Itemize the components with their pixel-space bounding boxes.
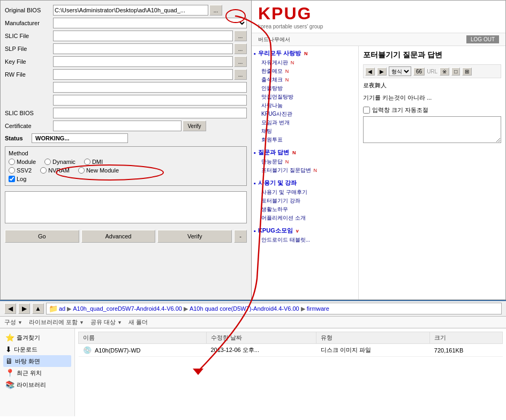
bread-ad[interactable]: ad: [59, 305, 65, 312]
slic-bios-input[interactable]: [53, 108, 247, 118]
verify-action-button[interactable]: Verify: [157, 230, 232, 243]
back-button[interactable]: ◀: [4, 303, 16, 314]
slic-file-label: SLIC File: [5, 33, 53, 39]
format-select[interactable]: 형식: [389, 66, 411, 76]
method-ssv2[interactable]: SSV2: [9, 167, 32, 174]
original-bios-input[interactable]: [53, 5, 208, 16]
file-table-header: 이름 수정한 날짜 유형 크기: [79, 332, 503, 344]
nav-recent[interactable]: 📍 최근 위치: [3, 367, 71, 379]
sidebar-item-people[interactable]: 인물탕방: [254, 84, 356, 93]
col-name[interactable]: 이름: [79, 332, 207, 344]
go-button[interactable]: Go: [5, 230, 79, 243]
sidebar-item-sharing[interactable]: 사랑나눔: [254, 101, 356, 110]
col-size[interactable]: 크기: [430, 332, 503, 344]
bread-firmware[interactable]: firmware: [307, 305, 329, 312]
sidebar-item-portable-qa[interactable]: 포터블기기 질문답변 N: [254, 166, 356, 175]
bread-a10h-quad[interactable]: A10h_quad_coreD5W7-Android4.4-V6.00: [73, 305, 182, 312]
slic-file-browse[interactable]: ...: [234, 31, 247, 41]
log-checkbox-item[interactable]: Log: [9, 176, 243, 182]
extra-field-1-input[interactable]: [53, 82, 247, 93]
slic-bios-label: SLIC BIOS: [5, 110, 53, 116]
bread-a10h-core[interactable]: A10h quad core(D5W7)-Android4.4-V6.00: [190, 305, 299, 312]
method-dynamic[interactable]: Dynamic: [44, 159, 75, 165]
extra-field-2-input[interactable]: [53, 95, 247, 106]
sidebar-item-life[interactable]: 생활노하우: [254, 205, 356, 214]
method-new-module-radio[interactable]: [78, 167, 85, 174]
status-value: WORKING...: [32, 133, 128, 143]
file-type-cell: 디스크 이미지 파일: [316, 344, 430, 357]
toolbar-include[interactable]: 라이브러리에 포함 ▼: [29, 318, 84, 326]
original-bios-browse[interactable]: ...: [209, 5, 222, 16]
toolbar-forward[interactable]: ▶: [377, 68, 387, 76]
nav-downloads[interactable]: ⬇ 다운로드: [3, 343, 71, 355]
slic-file-row: SLIC File ...: [5, 31, 247, 41]
method-dmi[interactable]: DMI: [84, 159, 103, 165]
toolbar-url-btn[interactable]: ※: [440, 68, 449, 76]
sidebar-item-apps[interactable]: 어플리케이션 소개: [254, 214, 356, 222]
col-modified[interactable]: 수정한 날짜: [206, 332, 316, 344]
nav-desktop[interactable]: 🖥 바탕 화면: [3, 355, 71, 367]
sidebar-section-reviews-title[interactable]: ▪ 사용기 및 강좌: [254, 178, 356, 188]
key-file-browse[interactable]: ...: [234, 56, 247, 67]
toolbar-back[interactable]: ◀: [365, 68, 375, 76]
sidebar-item-chat[interactable]: 채팅: [254, 127, 356, 136]
sidebar-item-attendance[interactable]: 출석체크 N: [254, 76, 356, 84]
certificate-input[interactable]: [53, 121, 182, 131]
minus-button[interactable]: -: [234, 230, 247, 243]
sidebar-section-community-title[interactable]: ▪ 우리모두 사랑방N: [254, 48, 356, 58]
sidebar-item-reviews[interactable]: 사용기 및 구매후기: [254, 188, 356, 197]
method-dynamic-radio[interactable]: [44, 159, 51, 165]
method-module-radio[interactable]: [9, 159, 15, 165]
rw-file-browse[interactable]: ...: [234, 69, 247, 80]
sidebar-item-android[interactable]: 안드로이드 태블릿...: [254, 236, 356, 244]
sidebar-item-meetup[interactable]: 모임과 번개: [254, 118, 356, 127]
sidebar-item-vote[interactable]: 회원투표: [254, 136, 356, 144]
new-folder-label: 새 폴더: [129, 318, 148, 326]
log-checkbox[interactable]: [9, 176, 15, 182]
sidebar-item-photo[interactable]: KPUG사진관: [254, 110, 356, 118]
kpug-textarea[interactable]: [363, 116, 501, 143]
toolbar-share[interactable]: 공유 대상 ▼: [90, 318, 122, 326]
slic-file-input[interactable]: [53, 31, 233, 41]
slp-file-browse[interactable]: ...: [234, 43, 247, 54]
toolbar-organize[interactable]: 구성 ▼: [4, 318, 22, 326]
up-button[interactable]: ▲: [32, 303, 44, 314]
sidebar-section-qa-title[interactable]: ▪ 질문과 답변N: [254, 147, 356, 158]
nav-favorites[interactable]: ⭐ 즐겨찾기: [3, 332, 71, 343]
method-nvram-radio[interactable]: [40, 167, 47, 174]
nav-library[interactable]: 📚 라이브러리: [3, 379, 71, 391]
verify-button[interactable]: Verify: [183, 121, 206, 131]
key-file-input[interactable]: [53, 56, 233, 67]
recent-label: 최근 위치: [17, 369, 42, 377]
kpug-main: 포터블기기 질문과 답변 ◀ ▶ 형식 66 URL ※ □ ⊞ 로夜舞人 기기…: [359, 46, 505, 300]
sidebar-item-free-board[interactable]: 자유게시판 N: [254, 58, 356, 67]
method-nvram[interactable]: NVRAM: [40, 167, 70, 174]
slp-file-input[interactable]: [53, 43, 233, 54]
method-dmi-radio[interactable]: [84, 159, 90, 165]
log-textarea[interactable]: [5, 191, 247, 223]
sidebar-item-portable-guide[interactable]: 포터블기기 강좌: [254, 197, 356, 205]
toolbar-new-folder[interactable]: 새 폴더: [129, 318, 148, 326]
toolbar-code[interactable]: 66: [413, 68, 425, 76]
forward-button[interactable]: ▶: [18, 303, 30, 314]
sidebar-section-qa: ▪ 질문과 답변N 만능문답 N 포터블기기 질문답변 N: [254, 147, 356, 175]
manufacturer-select[interactable]: [53, 18, 247, 28]
col-type[interactable]: 유형: [316, 332, 430, 344]
toolbar-img[interactable]: □: [451, 68, 460, 76]
method-ssv2-radio[interactable]: [9, 167, 15, 174]
toolbar-table[interactable]: ⊞: [462, 68, 472, 76]
sidebar-item-food[interactable]: 맛집먼질탕방: [254, 93, 356, 101]
sidebar-item-memo[interactable]: 한줄메모 N: [254, 67, 356, 76]
sidebar-section-club-title[interactable]: ▪ KPUG소모임v: [254, 226, 356, 236]
sidebar-item-all-qa[interactable]: 만능문답 N: [254, 158, 356, 166]
advanced-button[interactable]: Advanced: [81, 230, 156, 243]
method-module[interactable]: Module: [9, 159, 36, 165]
log-label: Log: [17, 176, 26, 182]
method-new-module[interactable]: New Module: [78, 167, 119, 174]
method-ssv2-label: SSV2: [17, 167, 32, 174]
table-row[interactable]: 💿 A10h(D5W7)-WD 2013-12-06 오후... 디스크 이미지…: [79, 344, 503, 357]
auto-resize-checkbox[interactable]: [363, 107, 370, 114]
logout-button[interactable]: LOG OUT: [466, 35, 499, 43]
rw-file-input[interactable]: [53, 69, 233, 80]
status-label: Status: [5, 135, 32, 141]
